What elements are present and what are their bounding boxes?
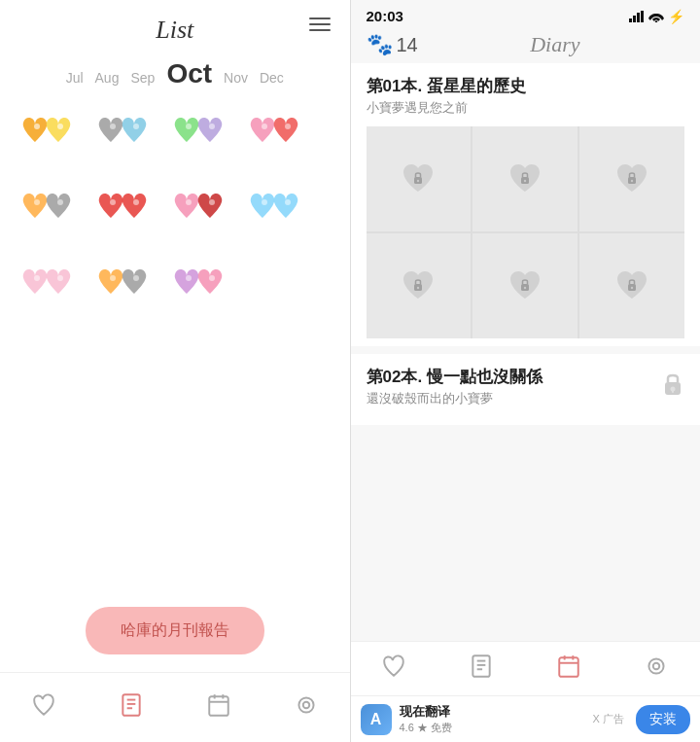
diary-header: 🐾 14 Diary (351, 28, 701, 63)
diary-count: 14 (397, 34, 418, 56)
ad-info: 现在翻译 4.6 ★ 免费 (400, 703, 585, 735)
book1-section: 第01本. 蛋星星的歷史 小寶夢遇見您之前 (351, 63, 701, 346)
svg-point-0 (34, 124, 40, 129)
month-jul[interactable]: Jul (66, 70, 84, 86)
status-time: 20:03 (367, 8, 403, 24)
svg-point-31 (302, 701, 309, 708)
svg-point-36 (655, 20, 657, 22)
svg-point-14 (262, 199, 267, 205)
book1-subtitle: 小寶夢遇見您之前 (367, 99, 685, 117)
emoji-cell-1-3[interactable] (163, 103, 233, 173)
monthly-report-button[interactable]: 哈庫的月刊報告 (86, 607, 264, 654)
month-oct[interactable]: Oct (166, 58, 212, 89)
svg-point-46 (524, 287, 526, 289)
right-nav-heart-icon[interactable] (381, 654, 406, 685)
ad-install-button[interactable]: 安装 (636, 705, 690, 734)
svg-point-6 (262, 124, 267, 129)
right-nav-book-icon[interactable] (469, 654, 494, 685)
left-title: List (156, 16, 193, 45)
svg-point-10 (110, 199, 116, 205)
month-nov[interactable]: Nov (224, 70, 248, 86)
right-nav-ring-icon[interactable] (644, 654, 669, 685)
svg-point-13 (209, 199, 215, 205)
month-dec[interactable]: Dec (260, 70, 284, 86)
avatar-count: 🐾 14 (367, 32, 426, 57)
status-icons: ⚡ (629, 9, 684, 24)
svg-point-5 (209, 124, 215, 129)
svg-point-16 (34, 275, 40, 281)
diary-title: Diary (426, 32, 684, 57)
emoji-cell-1-4[interactable] (239, 103, 309, 173)
svg-point-20 (186, 275, 192, 281)
svg-point-3 (133, 124, 139, 129)
nav-heart-icon[interactable] (31, 692, 56, 724)
svg-point-15 (285, 199, 291, 205)
svg-point-17 (57, 275, 63, 281)
svg-rect-35 (641, 11, 644, 22)
svg-point-48 (631, 287, 633, 289)
avatar-emoji: 🐾 (367, 32, 393, 57)
emoji-cell-2-4[interactable] (239, 179, 309, 249)
svg-point-38 (417, 180, 419, 182)
svg-point-4 (186, 124, 192, 129)
photo-cell-1[interactable] (367, 126, 472, 231)
svg-rect-56 (559, 657, 578, 677)
svg-rect-32 (629, 18, 632, 22)
emoji-row-1 (12, 103, 338, 173)
svg-point-19 (133, 275, 139, 281)
emoji-cell-1-1[interactable] (12, 103, 82, 173)
month-nav: Jul Aug Sep Oct Nov Dec (0, 53, 350, 103)
svg-point-8 (34, 199, 40, 205)
svg-point-40 (524, 180, 526, 182)
book2-subtitle: 還沒破殼而出的小寶夢 (367, 390, 662, 407)
left-bottom-nav (0, 672, 350, 742)
photo-cell-6[interactable] (579, 233, 684, 338)
nav-calendar-icon[interactable] (206, 692, 231, 724)
emoji-grid (0, 103, 350, 325)
ad-icon-letter: A (370, 711, 382, 728)
month-sep[interactable]: Sep (130, 70, 155, 86)
ad-app-icon: A (361, 704, 392, 735)
svg-point-44 (417, 287, 419, 289)
svg-point-9 (57, 199, 63, 205)
month-aug[interactable]: Aug (95, 70, 120, 86)
svg-rect-26 (209, 696, 228, 716)
menu-icon[interactable] (309, 18, 331, 31)
status-bar: 20:03 ⚡ (351, 0, 701, 28)
photo-cell-2[interactable] (472, 126, 578, 231)
photo-cell-5[interactable] (472, 233, 578, 338)
svg-point-60 (648, 658, 663, 673)
ad-app-name: 现在翻译 (400, 703, 585, 721)
book2-text: 第02本. 慢一點也沒關係 還沒破殼而出的小寶夢 (367, 366, 662, 417)
svg-point-18 (110, 275, 116, 281)
photo-cell-4[interactable] (367, 233, 472, 338)
emoji-cell-2-3[interactable] (163, 179, 233, 249)
svg-point-30 (298, 697, 313, 712)
svg-rect-52 (473, 655, 490, 677)
svg-point-1 (57, 124, 63, 129)
nav-book-icon[interactable] (119, 692, 144, 724)
emoji-cell-2-1[interactable] (12, 179, 82, 249)
emoji-cell-3-3[interactable] (163, 255, 233, 325)
lock-icon (661, 370, 684, 403)
svg-point-11 (133, 199, 139, 205)
svg-point-42 (631, 180, 633, 182)
nav-ring-icon[interactable] (294, 692, 319, 724)
emoji-row-3 (12, 255, 338, 325)
svg-rect-34 (637, 13, 640, 22)
emoji-cell-3-2[interactable] (88, 255, 158, 325)
battery-icon: ⚡ (668, 9, 684, 24)
book1-title: 第01本. 蛋星星的歷史 (367, 75, 685, 97)
photo-grid-1 (367, 126, 685, 338)
svg-point-7 (285, 124, 291, 129)
emoji-cell-3-1[interactable] (12, 255, 82, 325)
svg-point-21 (209, 275, 215, 281)
emoji-cell-1-2[interactable] (88, 103, 158, 173)
svg-rect-22 (122, 694, 139, 716)
right-nav-calendar-icon[interactable] (556, 654, 581, 685)
svg-point-2 (110, 124, 116, 129)
photo-cell-3[interactable] (579, 126, 684, 231)
svg-point-12 (186, 199, 192, 205)
emoji-cell-2-2[interactable] (88, 179, 158, 249)
ad-close-label[interactable]: X 广告 (593, 712, 624, 726)
